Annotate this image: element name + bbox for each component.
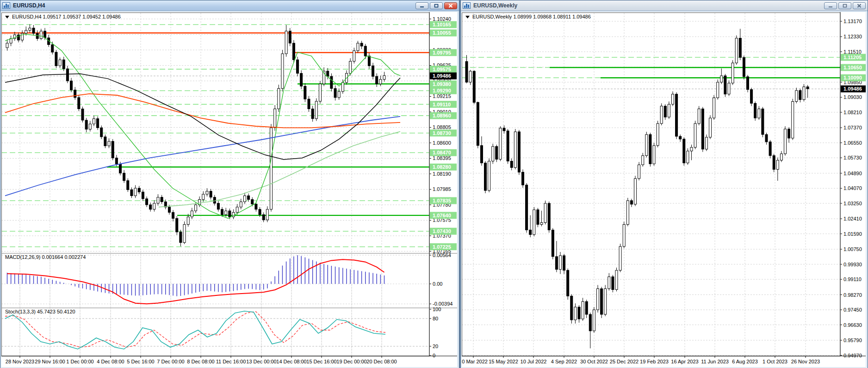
close-button[interactable] bbox=[444, 2, 457, 9]
time-tick-label: 30 Oct 2022 bbox=[580, 359, 608, 364]
svg-text:1.10090: 1.10090 bbox=[843, 75, 862, 80]
price-tick-label: 1.08600 bbox=[433, 140, 451, 146]
price-tick-label: 0.99110 bbox=[843, 276, 862, 282]
time-tick-label: 11 Jun 2023 bbox=[701, 359, 729, 364]
window-title: EURUSD,H4 bbox=[13, 2, 45, 9]
time-tick-label: 4 Dec 08:00 bbox=[97, 359, 124, 364]
svg-text:1.09486: 1.09486 bbox=[433, 73, 451, 79]
price-tick-label: 1.02410 bbox=[843, 216, 862, 221]
price-tick-label: 1.05730 bbox=[843, 155, 862, 160]
svg-text:1.11205: 1.11205 bbox=[843, 55, 862, 60]
time-tick-label: 1 Dec 00:00 bbox=[66, 359, 93, 364]
svg-text:1.09380: 1.09380 bbox=[433, 81, 451, 87]
mt4-workspace: EURUSD,H4 1.102401.100351.098301.096251.… bbox=[0, 0, 868, 368]
stoch-axis-label: 100 bbox=[433, 307, 441, 312]
price-tick-label: 1.08395 bbox=[433, 155, 451, 161]
minimize-button[interactable] bbox=[824, 2, 837, 9]
svg-text:1.09575: 1.09575 bbox=[433, 67, 451, 72]
price-tick-label: 1.08190 bbox=[433, 171, 451, 177]
price-tick-label: 1.11510 bbox=[843, 49, 862, 55]
h4-chart-canvas[interactable]: 1.102401.100351.098301.096251.094201.092… bbox=[1, 12, 457, 367]
chart-window-eurusd-weekly[interactable]: EURUSD,Weekly 1.131701.123301.115101.106… bbox=[460, 0, 868, 368]
price-tick-label: 1.03250 bbox=[843, 201, 862, 206]
price-tick-label: 1.09215 bbox=[433, 93, 451, 99]
svg-text:1.10650: 1.10650 bbox=[843, 65, 862, 70]
macd-label: MACD(12,26,9) 0.001664 0.002274 bbox=[5, 254, 86, 260]
time-tick-label: 6 Aug 2023 bbox=[732, 359, 758, 364]
price-tick-label: 1.07985 bbox=[433, 186, 451, 192]
price-tick-label: 0.95790 bbox=[843, 337, 862, 343]
stoch-label: Stoch(13,3,3) 45.7423 50.4120 bbox=[5, 309, 75, 314]
price-tick-label: 0.94970 bbox=[843, 353, 862, 358]
svg-text:1.08280: 1.08280 bbox=[433, 164, 451, 170]
svg-text:1.07835: 1.07835 bbox=[433, 198, 451, 203]
time-tick-label: 13 Dec 00:00 bbox=[246, 359, 276, 364]
price-tick-label: 0.96630 bbox=[843, 322, 862, 328]
price-tick-label: 1.04070 bbox=[843, 185, 862, 191]
chart-icon bbox=[2, 2, 10, 9]
time-tick-label: 16 Apr 2023 bbox=[671, 359, 698, 364]
price-tick-label: 1.00750 bbox=[843, 246, 862, 252]
time-tick-label: 19 Dec 00:00 bbox=[336, 359, 366, 364]
svg-text:1.09795: 1.09795 bbox=[433, 50, 451, 55]
price-tick-label: 0.99930 bbox=[843, 262, 862, 267]
time-tick-label: 4 Sep 2022 bbox=[551, 359, 577, 364]
stoch-axis-label: 80 bbox=[433, 316, 438, 321]
time-tick-label: 5 Dec 16:00 bbox=[127, 359, 154, 364]
time-tick-label: 15 May 2022 bbox=[489, 359, 518, 364]
macd-axis-label: -0.00394 bbox=[433, 301, 453, 307]
time-tick-label: 19 Feb 2023 bbox=[640, 359, 669, 364]
svg-text:1.10165: 1.10165 bbox=[433, 22, 451, 27]
chart-label: EURUSD,Weekly 1.08999 1.09868 1.08911 1.… bbox=[465, 14, 591, 19]
svg-text:1.08960: 1.08960 bbox=[433, 113, 451, 118]
stoch-axis-label: 20 bbox=[433, 343, 438, 349]
weekly-chart-canvas[interactable]: 1.131701.123301.115101.106701.098501.090… bbox=[462, 12, 866, 367]
price-badges: 1.101651.100551.097951.095751.093801.092… bbox=[430, 21, 457, 250]
time-tick-label: 20 Mar 2022 bbox=[462, 359, 488, 364]
ohlc-label: EURUSD,Weekly 1.08999 1.09868 1.08911 1.… bbox=[472, 14, 591, 19]
price-tick-label: 1.08210 bbox=[843, 110, 862, 115]
chart-background bbox=[462, 12, 866, 367]
time-tick-label: 26 Nov 2023 bbox=[791, 359, 820, 364]
price-tick-label: 1.04890 bbox=[843, 171, 862, 176]
time-tick-label: 20 Dec 08:00 bbox=[366, 359, 397, 364]
svg-text:1.08470: 1.08470 bbox=[433, 150, 451, 155]
time-tick-label: 7 Dec 00:00 bbox=[157, 359, 184, 364]
titlebar-h4[interactable]: EURUSD,H4 bbox=[0, 0, 459, 11]
macd-axis-label: 0.00564 bbox=[433, 252, 451, 258]
price-tick-label: 0.98270 bbox=[843, 292, 862, 298]
price-tick-label: 1.12330 bbox=[843, 34, 862, 39]
time-tick-label: 25 Dec 2022 bbox=[610, 359, 639, 364]
price-tick-label: 1.09030 bbox=[843, 94, 862, 100]
ohlc-label: EURUSD,H4 1.09517 1.09537 1.09452 1.0948… bbox=[12, 14, 121, 19]
svg-text:1.07225: 1.07225 bbox=[433, 244, 451, 250]
price-tick-label: 1.08805 bbox=[433, 124, 451, 130]
time-tick-label: 8 Dec 08:00 bbox=[187, 359, 214, 364]
chart-client-h4: 1.102401.100351.098301.096251.094201.092… bbox=[0, 11, 459, 368]
chart-window-eurusd-h4[interactable]: EURUSD,H4 1.102401.100351.098301.096251.… bbox=[0, 0, 459, 368]
chart-label: EURUSD,H4 1.09517 1.09537 1.09452 1.0948… bbox=[5, 14, 121, 19]
price-tick-label: 1.10240 bbox=[433, 16, 451, 22]
time-tick-label: 14 Dec 08:00 bbox=[276, 359, 306, 364]
time-tick-label: 1 Oct 2023 bbox=[763, 359, 787, 364]
titlebar-weekly[interactable]: EURUSD,Weekly bbox=[461, 0, 868, 11]
svg-text:1.10055: 1.10055 bbox=[433, 30, 451, 36]
time-tick-label: 10 Jul 2022 bbox=[521, 359, 547, 364]
restore-button[interactable] bbox=[430, 2, 443, 9]
time-tick-label: 28 Nov 2023 bbox=[6, 359, 34, 364]
svg-text:1.09110: 1.09110 bbox=[433, 102, 451, 107]
macd-axis-label: 0.00 bbox=[433, 281, 442, 287]
svg-text:1.07430: 1.07430 bbox=[433, 228, 451, 234]
price-tick-label: 0.97450 bbox=[843, 307, 862, 313]
price-tick-label: 1.13170 bbox=[843, 18, 862, 24]
stoch-axis-label: 0 bbox=[433, 353, 435, 358]
svg-text:1.09290: 1.09290 bbox=[433, 88, 451, 93]
close-button[interactable] bbox=[853, 2, 866, 9]
svg-text:1.09486: 1.09486 bbox=[843, 86, 862, 92]
svg-text:1.07640: 1.07640 bbox=[433, 213, 451, 218]
restore-button[interactable] bbox=[838, 2, 851, 9]
time-tick-label: 15 Dec 16:00 bbox=[306, 359, 336, 364]
price-tick-label: 1.07370 bbox=[843, 125, 862, 130]
time-tick-label: 29 Nov 16:00 bbox=[35, 359, 65, 364]
minimize-button[interactable] bbox=[415, 2, 428, 9]
